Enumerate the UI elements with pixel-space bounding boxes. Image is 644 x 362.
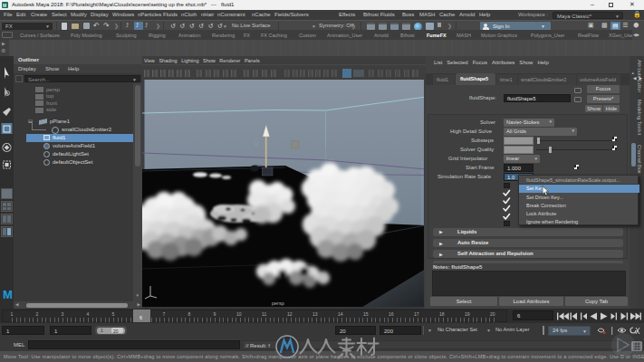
svg-text:1]: 1]: [255, 141, 259, 147]
svg-text:persp: persp: [272, 300, 284, 306]
